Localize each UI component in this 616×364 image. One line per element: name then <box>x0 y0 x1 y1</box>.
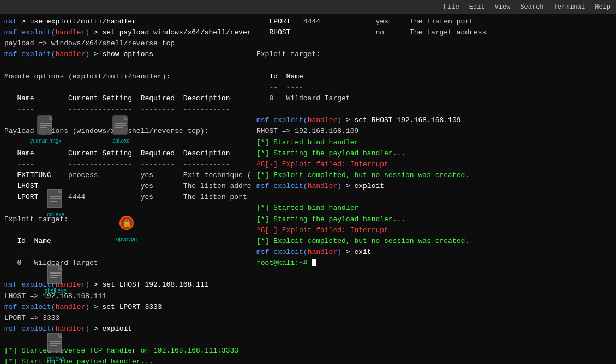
terminal-line: ^C[-] Exploit failed: Interrupt <box>256 159 612 170</box>
terminal-line <box>4 335 247 345</box>
terminal-line: [*] Started reverse TCP handler on 192.1… <box>4 345 247 356</box>
prompt-msf: msf exploit(handler) <box>4 50 89 58</box>
menu-item-terminal[interactable]: Terminal <box>554 3 585 11</box>
terminal-line: RHOST no The target address <box>256 27 612 38</box>
icon-label: cal.exe <box>112 138 130 144</box>
desktop-icon[interactable]: cal.exe <box>44 331 68 362</box>
terminal-line: RHOST => 192.168.168.109 <box>256 126 612 137</box>
terminal-line <box>4 269 247 280</box>
terminal-line: Name Current Setting Required Descriptio… <box>4 148 247 159</box>
terminal-line <box>4 60 247 71</box>
terminal-line: -- ---- <box>4 247 247 258</box>
desktop-icon[interactable]: 🔒 openvpn <box>115 211 139 242</box>
terminal-line: Exploit target: <box>256 49 612 60</box>
prompt-msf: msf exploit(handler) <box>256 182 342 190</box>
desktop-icon[interactable]: yuenan.mtgx <box>30 113 61 144</box>
left-terminal-pane[interactable]: yuenan.mtgx cal.exe cal.exe🔒 openvpn she… <box>0 14 252 364</box>
terminal-line: 0 Wildcard Target <box>256 93 612 104</box>
icon-image <box>34 113 58 137</box>
menu-item-file[interactable]: File <box>444 3 459 11</box>
terminal-line: [*] Starting the payload handler... <box>256 148 612 159</box>
terminal-line: EXITFUNC process yes Exit technique (Acc… <box>4 170 247 181</box>
terminal-line: LHOST => 192.168.168.111 <box>4 291 247 302</box>
terminal-line <box>256 60 612 71</box>
terminal-line: msf exploit(handler) > show options <box>4 49 247 60</box>
prompt-msf: msf exploit(handler) <box>4 28 89 37</box>
menu-item-view[interactable]: View <box>495 3 511 11</box>
icon-image <box>44 331 68 355</box>
icon-label: shell.exe <box>45 288 66 294</box>
terminal-line: payload => windows/x64/shell/reverse_tcp <box>4 38 247 49</box>
desktop-icon[interactable]: cal.exe <box>44 186 68 217</box>
prompt-msf: msf exploit(handler) <box>256 248 342 256</box>
terminal-line: msf exploit(handler) > exploit <box>256 181 612 192</box>
prompt-msf: msf exploit(handler) <box>256 116 342 124</box>
terminal-line: LPORT 4444 yes The listen port <box>4 192 247 203</box>
terminal-line: msf exploit(handler) > set LHOST 192.168… <box>4 280 247 290</box>
menu-item-help[interactable]: Help <box>595 3 611 11</box>
icon-label: cal.exe <box>47 211 64 217</box>
terminal-line: msf exploit(handler) > set RHOST 192.168… <box>256 115 612 126</box>
terminal-line: msf > use exploit/multi/handler <box>4 16 247 27</box>
terminal-line <box>256 38 612 49</box>
terminal-line: msf exploit(handler) > set LPORT 3333 <box>4 302 247 313</box>
terminal-line <box>256 192 612 203</box>
terminal-line: Name Current Setting Required Descriptio… <box>4 93 247 104</box>
terminal-line: [*] Starting the payload handler... <box>256 214 612 225</box>
terminal-line: LPORT 4444 yes The listen port <box>256 16 612 27</box>
right-terminal-content: LPORT 4444 yes The listen port RHOST no … <box>256 16 612 269</box>
left-terminal-content: msf > use exploit/multi/handlermsf explo… <box>4 16 247 364</box>
terminal-line: root@kali:~# █ <box>256 258 612 269</box>
icon-label: cal.exe <box>47 356 64 362</box>
terminal-window: yuenan.mtgx cal.exe cal.exe🔒 openvpn she… <box>0 14 616 364</box>
icon-image <box>44 263 68 287</box>
terminal-line <box>256 104 612 115</box>
terminal-line: msf exploit(handler) > set payload windo… <box>4 27 247 38</box>
menu-item-edit[interactable]: Edit <box>469 3 485 11</box>
terminal-line: LPORT => 3333 <box>4 313 247 324</box>
menu-item-search[interactable]: Search <box>520 3 543 11</box>
icon-image <box>109 113 133 137</box>
menu-bar: FileEditViewSearchTerminalHelp <box>444 3 611 11</box>
terminal-line: ---- --------------- -------- ----------… <box>4 159 247 170</box>
terminal-line: ^C[-] Exploit failed: Interrupt <box>256 225 612 236</box>
icon-label: yuenan.mtgx <box>30 138 61 144</box>
terminal-line: [*] Started bind handler <box>256 137 612 148</box>
desktop-icon[interactable]: shell.exe <box>44 263 68 294</box>
right-terminal-pane[interactable]: LPORT 4444 yes The listen port RHOST no … <box>252 14 616 364</box>
prompt-msf: msf <box>4 17 17 26</box>
terminal-line: [*] Exploit completed, but no session wa… <box>256 170 612 181</box>
terminal-line: [*] Exploit completed, but no session wa… <box>256 236 612 247</box>
terminal-line: [*] Started bind handler <box>256 203 612 214</box>
titlebar: FileEditViewSearchTerminalHelp <box>0 0 616 14</box>
terminal-line: Module options (exploit/multi/handler): <box>4 71 247 82</box>
prompt-msf: msf exploit(handler) <box>4 303 89 311</box>
svg-text:🔒: 🔒 <box>122 219 132 228</box>
terminal-line: [*] Starting the payload handler... <box>4 356 247 364</box>
terminal-line: msf exploit(handler) > exit <box>256 247 612 258</box>
icon-image: 🔒 <box>115 211 139 235</box>
terminal-line: 0 Wildcard Target <box>4 258 247 269</box>
terminal-line: msf exploit(handler) > exploit <box>4 324 247 335</box>
terminal-line: LHOST yes The listen address <box>4 181 247 192</box>
terminal-line: -- ---- <box>256 82 612 93</box>
terminal-line: Id Name <box>256 71 612 82</box>
desktop-icon[interactable]: cal.exe <box>109 113 133 144</box>
icon-image <box>44 186 68 210</box>
terminal-line <box>4 82 247 93</box>
icon-label: openvpn <box>116 236 137 242</box>
kali-prompt: root@kali:~# <box>256 259 312 267</box>
